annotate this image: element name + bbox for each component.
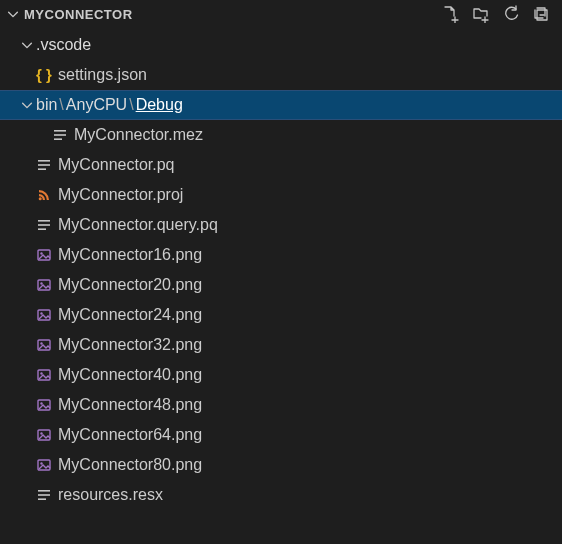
svg-rect-27: [38, 490, 50, 492]
file-myconnector-mez[interactable]: MyConnector.mez: [0, 120, 562, 150]
chevron-down-icon: [4, 7, 22, 21]
file-label: MyConnector32.png: [58, 330, 202, 360]
image-icon: [34, 277, 54, 293]
svg-rect-4: [38, 160, 50, 162]
file-item[interactable]: resources.resx: [0, 480, 562, 510]
new-folder-icon[interactable]: [472, 5, 490, 23]
svg-rect-9: [38, 224, 50, 226]
file-label: MyConnector24.png: [58, 300, 202, 330]
lines-icon: [34, 217, 54, 233]
svg-rect-8: [38, 220, 50, 222]
svg-point-26: [40, 462, 42, 464]
image-icon: [34, 427, 54, 443]
file-tree: .vscode { } settings.json bin\AnyCPU\Deb…: [0, 28, 562, 510]
lines-icon: [34, 487, 54, 503]
svg-point-14: [40, 282, 42, 284]
svg-point-7: [39, 197, 42, 200]
file-label: MyConnector20.png: [58, 270, 202, 300]
svg-rect-28: [38, 494, 50, 496]
folder-label: .vscode: [36, 30, 91, 60]
breadcrumb-path: bin\AnyCPU\Debug: [36, 90, 183, 120]
folder-vscode[interactable]: .vscode: [0, 30, 562, 60]
rss-icon: [34, 187, 54, 203]
file-label: settings.json: [58, 60, 147, 90]
file-item[interactable]: MyConnector.query.pq: [0, 210, 562, 240]
refresh-icon[interactable]: [502, 5, 520, 23]
svg-point-20: [40, 372, 42, 374]
file-item[interactable]: MyConnector48.png: [0, 390, 562, 420]
file-item[interactable]: MyConnector40.png: [0, 360, 562, 390]
svg-rect-10: [38, 228, 46, 230]
svg-rect-6: [38, 168, 46, 170]
svg-rect-29: [38, 498, 46, 500]
file-item[interactable]: MyConnector16.png: [0, 240, 562, 270]
image-icon: [34, 247, 54, 263]
file-item[interactable]: MyConnector80.png: [0, 450, 562, 480]
file-label: MyConnector80.png: [58, 450, 202, 480]
image-icon: [34, 337, 54, 353]
svg-point-24: [40, 432, 42, 434]
chevron-down-icon: [18, 38, 36, 52]
image-icon: [34, 307, 54, 323]
file-settings-json[interactable]: { } settings.json: [0, 60, 562, 90]
file-label: MyConnector.query.pq: [58, 210, 218, 240]
file-label: MyConnector48.png: [58, 390, 202, 420]
svg-rect-3: [54, 138, 62, 140]
file-label: MyConnector16.png: [58, 240, 202, 270]
file-label: MyConnector.pq: [58, 150, 175, 180]
file-item[interactable]: MyConnector20.png: [0, 270, 562, 300]
file-label: MyConnector.mez: [74, 120, 203, 150]
svg-rect-1: [54, 130, 66, 132]
svg-point-22: [40, 402, 42, 404]
folder-bin-anycpu-debug[interactable]: bin\AnyCPU\Debug: [0, 90, 562, 120]
chevron-down-icon: [18, 98, 36, 112]
svg-rect-5: [38, 164, 50, 166]
file-label: MyConnector.proj: [58, 180, 183, 210]
explorer-actions: [442, 5, 554, 23]
image-icon: [34, 397, 54, 413]
collapse-all-icon[interactable]: [532, 5, 550, 23]
svg-rect-2: [54, 134, 66, 136]
svg-point-16: [40, 312, 42, 314]
file-item[interactable]: MyConnector32.png: [0, 330, 562, 360]
lines-icon: [34, 157, 54, 173]
file-item[interactable]: MyConnector.proj: [0, 180, 562, 210]
json-icon: { }: [34, 60, 54, 90]
svg-point-12: [40, 252, 42, 254]
file-item[interactable]: MyConnector.pq: [0, 150, 562, 180]
explorer-title: MYCONNECTOR: [24, 7, 442, 22]
explorer-header[interactable]: MYCONNECTOR: [0, 0, 562, 28]
image-icon: [34, 457, 54, 473]
file-explorer: MYCONNECTOR .vscode { } settings.: [0, 0, 562, 544]
file-label: MyConnector64.png: [58, 420, 202, 450]
file-item[interactable]: MyConnector64.png: [0, 420, 562, 450]
svg-point-18: [40, 342, 42, 344]
image-icon: [34, 367, 54, 383]
file-label: resources.resx: [58, 480, 163, 510]
lines-icon: [50, 127, 70, 143]
new-file-icon[interactable]: [442, 5, 460, 23]
file-item[interactable]: MyConnector24.png: [0, 300, 562, 330]
file-label: MyConnector40.png: [58, 360, 202, 390]
